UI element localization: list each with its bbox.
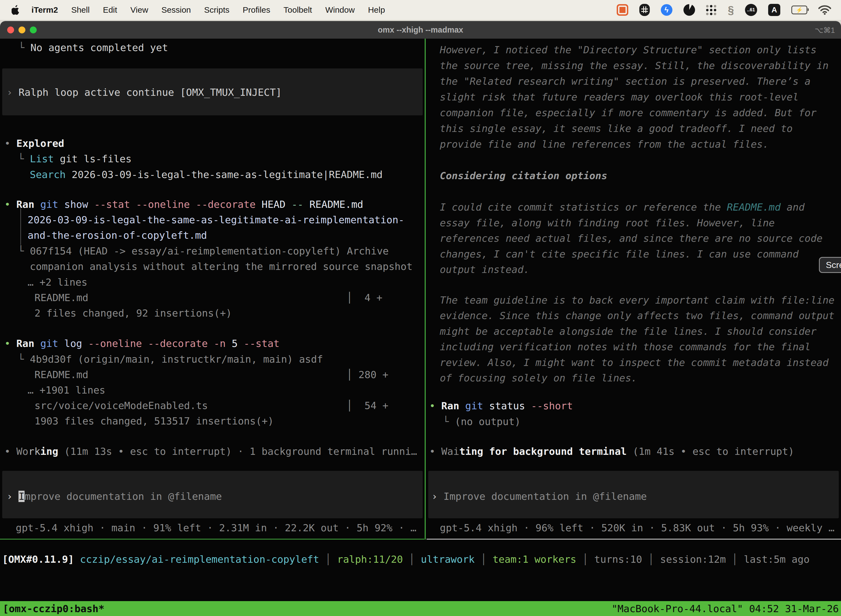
working-status: • Working (11m 13s • esc to interrupt) ·… (4, 445, 417, 458)
terminal-line: changes, I can't cite specific file line… (440, 248, 799, 261)
terminal-line: essay file, along with finding root file… (440, 217, 775, 229)
terminal-line: README.md (35, 292, 88, 304)
terminal-line: README.md (35, 368, 88, 381)
terminal-line: src/voice/voiceModeEnabled.ts (35, 399, 208, 412)
terminal-line: references need actual files, and since … (440, 232, 822, 245)
menu-item-iterm2[interactable]: iTerm2 (25, 5, 64, 15)
menu-item-view[interactable]: View (124, 5, 155, 15)
screen-tooltip-label: Scre (826, 260, 841, 270)
hook-icon[interactable]: § (728, 4, 734, 16)
model-status-left: gpt-5.4 xhigh · main · 91% left · 2.31M … (16, 522, 416, 534)
menu-item-shell[interactable]: Shell (64, 5, 96, 15)
menu-item-toolbelt[interactable]: Toolbelt (277, 5, 319, 15)
terminal-line: 1903 files changed, 513517 insertions(+) (35, 415, 274, 427)
terminal-line: └ 067f154 (HEAD -> essay/ai-reimplementa… (18, 245, 389, 258)
terminal-line: … +1901 lines (28, 384, 105, 397)
terminal-line: • Ran git status --short (429, 400, 573, 412)
tmux-pane-left[interactable]: └ No agents completed yet› Ralph loop ac… (0, 39, 424, 539)
menu-bar: iTerm2ShellEditViewSessionScriptsProfile… (0, 0, 841, 20)
terminal-line: provide file and line references from th… (440, 138, 769, 151)
terminal-line: └ (no output) (443, 415, 521, 428)
menu-items: iTerm2ShellEditViewSessionScriptsProfile… (25, 5, 391, 15)
terminal-line: of focusing solely on file lines. (440, 372, 637, 384)
tmux-host-clock: "MacBook-Pro-44.local" 04:52 31-Mar-26 (611, 603, 841, 615)
terminal-line: slight risk that future readers may over… (440, 91, 799, 104)
window-shortcut-badge: ⌥⌘1 (815, 26, 835, 35)
terminal-line: including verification notes with those … (440, 340, 811, 353)
terminal-line: and-the-erosion-of-copyleft.md (28, 229, 207, 242)
terminal-line: … +2 lines (28, 276, 88, 289)
terminal-line: this single essay, it seems like a good … (440, 122, 793, 135)
tmux-session-label: [omx-cczip0:bash* (0, 603, 104, 615)
terminal-line: the "Related research writing" section i… (440, 75, 811, 88)
menu-item-help[interactable]: Help (362, 5, 392, 15)
terminal-line: Search 2026-03-09-is-legal-the-same-as-l… (30, 168, 383, 181)
keyboard-shield-icon[interactable] (639, 4, 650, 16)
character-app-icon[interactable]: A (768, 4, 780, 16)
screen-tooltip: Scre (819, 257, 841, 273)
terminal-line: However, I noticed the "Directory Struct… (440, 44, 816, 56)
menu-item-window[interactable]: Window (319, 5, 362, 15)
waiting-status: • Waiting for background terminal (1m 41… (429, 445, 794, 458)
terminal-line: companion file, especially if more comme… (440, 107, 816, 119)
terminal-area[interactable]: └ No agents completed yet› Ralph loop ac… (0, 39, 841, 601)
window-title-bar[interactable]: omx --xhigh --madmax ⌥⌘1 (0, 21, 841, 39)
terminal-line: │ 4 + (347, 292, 382, 304)
bolt-badge-icon[interactable]: ϟ (661, 4, 673, 16)
terminal-line: • Ran git show --stat --oneline --decora… (4, 198, 363, 211)
dots-grid-icon[interactable] (706, 5, 717, 15)
menu-item-session[interactable]: Session (155, 5, 198, 15)
tmux-status-bar: [omx-cczip0:bash* "MacBook-Pro-44.local"… (0, 601, 841, 616)
menu-status-icons: ϟ § ..61 A ⚡ (617, 4, 841, 16)
terminal-line: 2026-03-09-is-legal-the-same-as-legitima… (28, 214, 404, 226)
terminal-line: › Ralph loop active continue [OMX_TMUX_I… (7, 86, 282, 99)
tree-guide-line (21, 208, 21, 245)
menu-item-profiles[interactable]: Profiles (236, 5, 277, 15)
terminal-line: the source tree, missing the essay. Stil… (440, 59, 829, 72)
terminal-line: I could cite commit statistics or refere… (440, 201, 804, 214)
battery-icon[interactable]: ⚡ (791, 6, 807, 14)
terminal-line: companion analysis without altering the … (30, 260, 413, 273)
terminal-line: └ 4b9d30f (origin/main, instructkr/main,… (18, 353, 323, 366)
prompt-input-right[interactable]: › Improve documentation in @filename (432, 490, 647, 503)
terminal-line: └ No agents completed yet (19, 41, 168, 54)
percent-badge-icon[interactable]: ..61 (745, 4, 757, 16)
terminal-line: review. Also, I might want to inspect th… (440, 356, 829, 369)
pane-bottom-border-inactive (426, 539, 841, 540)
prompt-input-left[interactable]: › Improve documentation in @filename (7, 490, 222, 503)
menu-item-edit[interactable]: Edit (96, 5, 124, 15)
pane-divider[interactable] (425, 39, 426, 540)
menu-item-scripts[interactable]: Scripts (198, 5, 236, 15)
terminal-line: │ 54 + (347, 399, 388, 412)
pane-bottom-border-active (0, 539, 424, 540)
terminal-line: • Ran git log --oneline --decorate -n 5 … (4, 337, 280, 350)
terminal-line: output instead. (440, 263, 529, 276)
terminal-line: 2 files changed, 92 insertions(+) (35, 307, 232, 320)
terminal-line: Considering citation options (440, 169, 607, 182)
tmux-pane-right[interactable]: However, I noticed the "Directory Struct… (426, 39, 841, 539)
model-status-right: gpt-5.4 xhigh · 96% left · 520K in · 5.8… (440, 522, 834, 534)
terminal-line: └ List git ls-files (18, 153, 132, 165)
apple-menu-icon[interactable] (12, 5, 20, 15)
screenshot-app-icon[interactable] (617, 4, 628, 16)
window-title: omx --xhigh --madmax (0, 25, 841, 35)
terminal-line: evidence. Since this change only affects… (440, 309, 834, 322)
terminal-line: might be acceptable alongside the file l… (440, 325, 816, 338)
terminal-line: │ 280 + (347, 368, 388, 381)
terminal-line: The team guideline is to back every impo… (440, 294, 834, 307)
wifi-icon[interactable] (818, 5, 831, 15)
omx-status-line: [OMX#0.11.9] cczip/essay/ai-reimplementa… (2, 554, 810, 565)
pie-menu-icon[interactable] (683, 4, 695, 16)
terminal-line: • Explored (4, 137, 64, 150)
